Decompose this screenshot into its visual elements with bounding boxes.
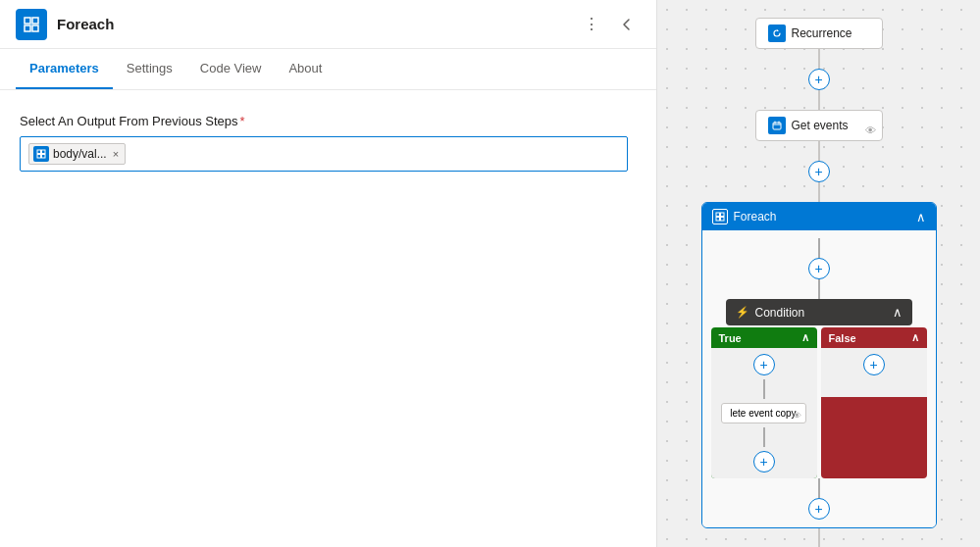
foreach-collapse-btn[interactable]: ∧	[916, 210, 926, 224]
left-panel: Foreach ⋮ Parameters Settings Code View …	[0, 0, 657, 547]
false-branch: False ∧ +	[821, 327, 927, 478]
connector-6	[818, 279, 820, 299]
foreach-body: + ⚡ Condition ∧	[702, 230, 936, 527]
token-item: body/val... ×	[28, 143, 126, 165]
branches-container: True ∧ + lete event copy 👁	[711, 327, 927, 478]
tab-about[interactable]: About	[275, 49, 335, 89]
tab-parameters[interactable]: Parameters	[16, 49, 113, 89]
recurrence-node[interactable]: Recurrence	[755, 18, 883, 49]
add-after-delete[interactable]: +	[753, 451, 775, 472]
true-branch: True ∧ + lete event copy 👁	[711, 327, 817, 478]
foreach-icon	[16, 9, 47, 40]
token-icon	[33, 146, 49, 162]
canvas-area: Recurrence + Get events 👁	[657, 0, 980, 547]
svg-rect-10	[720, 213, 724, 217]
foreach-header-left: Foreach	[712, 209, 777, 224]
more-options-button[interactable]: ⋮	[578, 11, 605, 38]
svg-rect-1	[32, 18, 38, 24]
foreach-node-label: Foreach	[734, 210, 777, 224]
svg-rect-0	[25, 18, 30, 24]
canvas-panel: Recurrence + Get events 👁	[657, 0, 980, 547]
field-label: Select An Output From Previous Steps*	[20, 114, 637, 128]
condition-icon: ⚡	[736, 306, 749, 319]
connector-2	[818, 90, 820, 110]
svg-rect-2	[25, 25, 30, 31]
true-collapse-btn[interactable]: ∧	[801, 331, 809, 344]
tab-bar: Parameters Settings Code View About	[0, 49, 656, 90]
connector-1	[818, 49, 820, 69]
add-inside-foreach-top[interactable]: +	[808, 258, 830, 279]
foreach-container: Foreach ∧ +	[701, 202, 937, 528]
false-collapse-btn[interactable]: ∧	[911, 331, 919, 344]
add-after-get-events[interactable]: +	[808, 161, 830, 182]
delete-eye-icon: 👁	[793, 411, 801, 421]
get-events-label: Get events	[792, 119, 849, 132]
svg-rect-7	[42, 155, 46, 159]
delete-event-label: lete event copy	[730, 408, 796, 419]
header-actions: ⋮	[578, 11, 641, 38]
connector-8	[818, 528, 820, 547]
svg-rect-3	[32, 25, 38, 31]
condition-collapse-btn[interactable]: ∧	[893, 305, 903, 320]
svg-rect-6	[37, 155, 41, 159]
tab-settings[interactable]: Settings	[113, 49, 186, 89]
get-events-icon	[768, 117, 786, 134]
svg-rect-8	[773, 123, 781, 129]
connector-3	[818, 141, 820, 161]
true-connector-2	[763, 427, 765, 447]
condition-header: ⚡ Condition ∧	[726, 299, 912, 325]
false-branch-body: +	[821, 348, 927, 397]
foreach-header-icon	[712, 209, 728, 224]
add-true-branch[interactable]: +	[753, 354, 775, 375]
connector-7	[818, 478, 820, 498]
panel-title: Foreach	[57, 16, 578, 32]
recurrence-label: Recurrence	[792, 26, 852, 40]
false-branch-header: False ∧	[821, 327, 927, 348]
true-branch-body: + lete event copy 👁 +	[711, 348, 817, 478]
panel-header: Foreach ⋮	[0, 0, 656, 49]
recurrence-icon	[768, 25, 786, 42]
delete-event-node[interactable]: lete event copy 👁	[721, 403, 805, 423]
add-false-branch[interactable]: +	[863, 354, 885, 375]
connector-5	[818, 238, 820, 258]
svg-rect-5	[42, 150, 46, 154]
svg-rect-11	[716, 218, 720, 222]
condition-label: Condition	[755, 306, 805, 320]
tab-code-view[interactable]: Code View	[186, 49, 276, 89]
true-branch-header: True ∧	[711, 327, 817, 348]
foreach-header[interactable]: Foreach ∧	[702, 203, 936, 230]
svg-rect-9	[716, 213, 720, 217]
get-events-node[interactable]: Get events 👁	[755, 110, 883, 141]
svg-rect-12	[720, 218, 724, 222]
token-value: body/val...	[53, 147, 107, 161]
required-indicator: *	[240, 114, 245, 128]
panel-content: Select An Output From Previous Steps* bo…	[0, 90, 656, 547]
condition-node[interactable]: ⚡ Condition ∧	[726, 299, 912, 325]
add-inside-foreach-bottom[interactable]: +	[808, 498, 830, 520]
token-remove-button[interactable]: ×	[113, 148, 119, 160]
get-events-eye-icon: 👁	[865, 124, 876, 136]
true-connector	[763, 379, 765, 399]
add-after-recurrence[interactable]: +	[808, 69, 830, 90]
connector-4	[818, 182, 820, 202]
collapse-button[interactable]	[613, 11, 641, 38]
token-input-field[interactable]: body/val... ×	[20, 136, 628, 172]
svg-rect-4	[37, 150, 41, 154]
